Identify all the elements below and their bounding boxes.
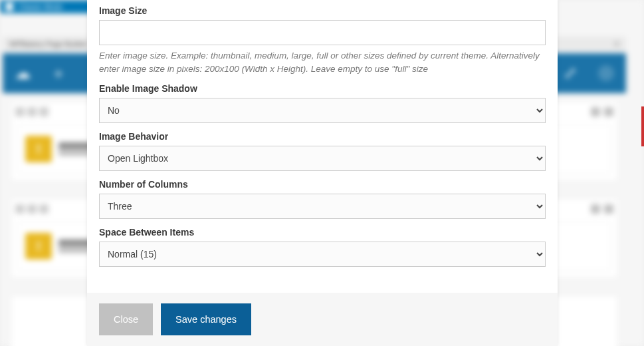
select-columns[interactable]: Three [99, 194, 546, 219]
modal-body: Image Size Enter image size. Example: th… [87, 0, 558, 293]
settings-modal: Image Size Enter image size. Example: th… [87, 0, 558, 346]
label-image-size: Image Size [99, 5, 546, 16]
help-image-size: Enter image size. Example: thumbnail, me… [99, 49, 546, 75]
save-changes-button[interactable]: Save changes [161, 303, 251, 335]
plus-icon: ＋ [51, 65, 66, 81]
field-enable-shadow: Enable Image Shadow No [99, 83, 546, 123]
cloud-icon: ☁ [15, 65, 31, 81]
element-icon: ! [25, 136, 52, 162]
field-image-size: Image Size Enter image size. Example: th… [99, 5, 546, 75]
gear-icon [598, 65, 614, 81]
field-columns: Number of Columns Three [99, 179, 546, 219]
select-image-behavior[interactable]: Open Lightbox [99, 146, 546, 171]
element-icon: ! [25, 233, 52, 260]
close-button[interactable]: Close [99, 303, 153, 335]
expand-icon: ⤢ [562, 65, 578, 81]
label-image-behavior: Image Behavior [99, 131, 546, 142]
right-edge-accent [641, 106, 644, 146]
input-image-size[interactable] [99, 20, 546, 45]
label-columns: Number of Columns [99, 179, 546, 190]
label-enable-shadow: Enable Image Shadow [99, 83, 546, 94]
field-spacing: Space Between Items Normal (15) [99, 227, 546, 267]
select-spacing[interactable]: Normal (15) [99, 242, 546, 267]
field-image-behavior: Image Behavior Open Lightbox [99, 131, 546, 171]
label-spacing: Space Between Items [99, 227, 546, 238]
select-enable-shadow[interactable]: No [99, 98, 546, 123]
modal-footer: Close Save changes [87, 293, 558, 346]
